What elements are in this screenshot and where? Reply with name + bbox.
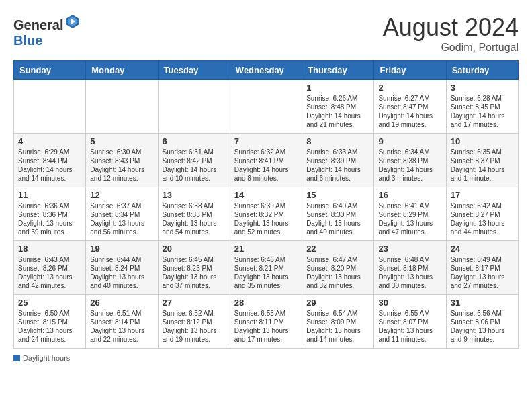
day-number: 3 [451, 83, 514, 93]
logo-general: General [13, 17, 63, 32]
calendar-cell: 5Sunrise: 6:30 AMSunset: 8:43 PMDaylight… [86, 134, 158, 187]
day-info: Sunset: 8:24 PM [90, 264, 153, 273]
day-number: 29 [306, 298, 369, 308]
day-number: 24 [451, 244, 514, 254]
day-info: Sunset: 8:37 PM [451, 156, 514, 165]
day-info: Sunrise: 6:54 AM [306, 309, 369, 318]
day-number: 7 [234, 136, 298, 146]
calendar-cell: 16Sunrise: 6:41 AMSunset: 8:29 PMDayligh… [374, 187, 446, 241]
calendar-cell: 26Sunrise: 6:51 AMSunset: 8:14 PMDayligh… [86, 295, 158, 349]
calendar-week-4: 18Sunrise: 6:43 AMSunset: 8:26 PMDayligh… [14, 241, 519, 295]
day-info: Daylight: 13 hours and 11 minutes. [378, 326, 441, 344]
calendar-cell: 15Sunrise: 6:40 AMSunset: 8:30 PMDayligh… [302, 187, 374, 241]
calendar-cell: 24Sunrise: 6:49 AMSunset: 8:17 PMDayligh… [446, 241, 518, 295]
day-info: Daylight: 14 hours and 17 minutes. [451, 111, 514, 129]
day-info: Sunset: 8:17 PM [451, 264, 514, 273]
day-info: Sunset: 8:12 PM [163, 318, 226, 326]
calendar-cell [230, 80, 302, 134]
calendar-cell: 8Sunrise: 6:33 AMSunset: 8:39 PMDaylight… [302, 134, 374, 187]
calendar-cell: 20Sunrise: 6:45 AMSunset: 8:23 PMDayligh… [158, 241, 230, 295]
day-number: 19 [90, 244, 153, 254]
day-info: Sunrise: 6:26 AM [306, 94, 369, 103]
day-number: 28 [234, 298, 298, 308]
day-info: Sunrise: 6:42 AM [451, 201, 514, 210]
calendar-cell: 19Sunrise: 6:44 AMSunset: 8:24 PMDayligh… [86, 241, 158, 295]
title-area: August 2024 Godim, Portugal [383, 13, 519, 54]
day-info: Daylight: 13 hours and 40 minutes. [90, 273, 153, 290]
month-year-title: August 2024 [383, 13, 519, 42]
day-info: Daylight: 14 hours and 3 minutes. [378, 165, 441, 183]
day-info: Sunrise: 6:56 AM [451, 309, 514, 318]
day-info: Daylight: 13 hours and 22 minutes. [90, 326, 153, 344]
day-info: Sunset: 8:06 PM [451, 318, 514, 326]
day-info: Sunset: 8:26 PM [18, 264, 81, 273]
calendar-cell: 13Sunrise: 6:38 AMSunset: 8:33 PMDayligh… [158, 187, 230, 241]
calendar-cell: 17Sunrise: 6:42 AMSunset: 8:27 PMDayligh… [446, 187, 518, 241]
day-info: Daylight: 13 hours and 44 minutes. [451, 219, 514, 236]
day-info: Sunrise: 6:43 AM [18, 255, 81, 264]
calendar-cell: 9Sunrise: 6:34 AMSunset: 8:38 PMDaylight… [374, 134, 446, 187]
day-info: Daylight: 13 hours and 24 minutes. [18, 326, 81, 344]
day-info: Daylight: 14 hours and 21 minutes. [306, 111, 369, 129]
day-number: 20 [163, 244, 226, 254]
day-info: Sunrise: 6:45 AM [163, 255, 226, 264]
day-info: Daylight: 13 hours and 35 minutes. [234, 273, 298, 290]
day-number: 8 [306, 136, 369, 146]
day-number: 23 [378, 244, 441, 254]
weekday-header-thursday: Thursday [302, 61, 374, 80]
day-number: 9 [378, 136, 441, 146]
calendar-cell [158, 80, 230, 134]
day-info: Sunset: 8:15 PM [18, 318, 81, 326]
day-info: Daylight: 13 hours and 17 minutes. [234, 326, 298, 344]
calendar-cell: 11Sunrise: 6:36 AMSunset: 8:36 PMDayligh… [14, 187, 86, 241]
calendar-table: SundayMondayTuesdayWednesdayThursdayFrid… [13, 60, 519, 349]
day-info: Daylight: 13 hours and 54 minutes. [163, 219, 226, 236]
day-info: Sunrise: 6:27 AM [378, 94, 441, 103]
day-info: Sunrise: 6:41 AM [378, 201, 441, 210]
day-info: Daylight: 13 hours and 42 minutes. [18, 273, 81, 290]
calendar-week-5: 25Sunrise: 6:50 AMSunset: 8:15 PMDayligh… [14, 295, 519, 349]
day-info: Daylight: 13 hours and 37 minutes. [163, 273, 226, 290]
day-info: Sunrise: 6:31 AM [163, 148, 226, 156]
day-number: 6 [163, 136, 226, 146]
day-info: Daylight: 13 hours and 30 minutes. [378, 273, 441, 290]
day-info: Daylight: 14 hours and 10 minutes. [163, 165, 226, 183]
day-info: Sunset: 8:07 PM [378, 318, 441, 326]
calendar-cell: 3Sunrise: 6:28 AMSunset: 8:45 PMDaylight… [446, 80, 518, 134]
weekday-header-monday: Monday [86, 61, 158, 80]
day-info: Sunrise: 6:39 AM [234, 201, 298, 210]
day-number: 12 [90, 190, 153, 200]
logo: General Blue [13, 13, 81, 48]
logo-blue: Blue [13, 33, 42, 48]
day-info: Sunrise: 6:28 AM [451, 94, 514, 103]
day-info: Sunset: 8:09 PM [306, 318, 369, 326]
weekday-header-wednesday: Wednesday [230, 61, 302, 80]
day-info: Sunset: 8:14 PM [90, 318, 153, 326]
day-info: Daylight: 13 hours and 27 minutes. [451, 273, 514, 290]
day-info: Sunrise: 6:38 AM [163, 201, 226, 210]
day-info: Daylight: 14 hours and 8 minutes. [234, 165, 298, 183]
day-info: Daylight: 13 hours and 52 minutes. [234, 219, 298, 236]
calendar-cell: 29Sunrise: 6:54 AMSunset: 8:09 PMDayligh… [302, 295, 374, 349]
day-info: Sunrise: 6:33 AM [306, 148, 369, 156]
calendar-cell: 14Sunrise: 6:39 AMSunset: 8:32 PMDayligh… [230, 187, 302, 241]
calendar-cell: 22Sunrise: 6:47 AMSunset: 8:20 PMDayligh… [302, 241, 374, 295]
day-info: Sunrise: 6:44 AM [90, 255, 153, 264]
calendar-cell: 4Sunrise: 6:29 AMSunset: 8:44 PMDaylight… [14, 134, 86, 187]
day-info: Sunrise: 6:47 AM [306, 255, 369, 264]
weekday-header-tuesday: Tuesday [158, 61, 230, 80]
calendar-cell: 25Sunrise: 6:50 AMSunset: 8:15 PMDayligh… [14, 295, 86, 349]
calendar-cell: 31Sunrise: 6:56 AMSunset: 8:06 PMDayligh… [446, 295, 518, 349]
day-number: 17 [451, 190, 514, 200]
day-info: Sunrise: 6:36 AM [18, 201, 81, 210]
day-number: 10 [451, 136, 514, 146]
day-number: 14 [234, 190, 298, 200]
day-info: Sunset: 8:48 PM [306, 103, 369, 111]
day-info: Daylight: 14 hours and 12 minutes. [90, 165, 153, 183]
day-info: Sunrise: 6:35 AM [451, 148, 514, 156]
calendar-cell [86, 80, 158, 134]
legend-dot [13, 355, 20, 361]
day-number: 5 [90, 136, 153, 146]
day-info: Daylight: 13 hours and 59 minutes. [18, 219, 81, 236]
calendar-cell: 10Sunrise: 6:35 AMSunset: 8:37 PMDayligh… [446, 134, 518, 187]
